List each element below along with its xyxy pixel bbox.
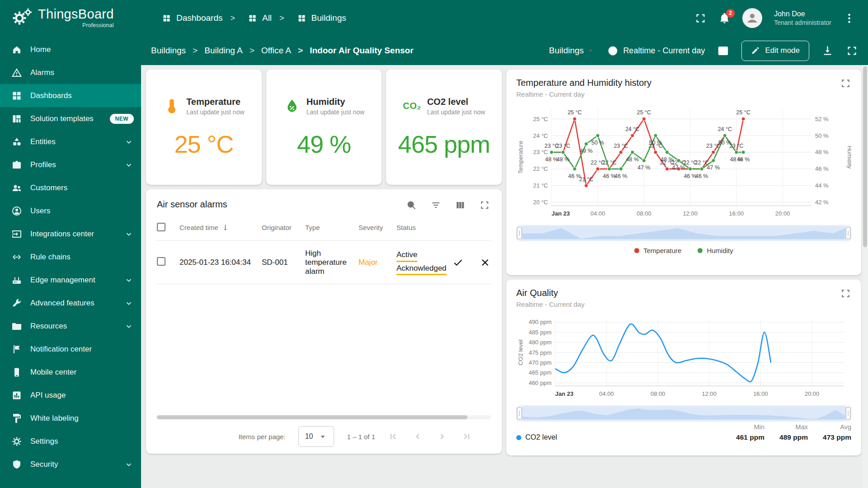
avatar[interactable]	[742, 8, 762, 28]
svg-text:47 %: 47 %	[707, 164, 720, 171]
sidebar-item-rule-chains[interactable]: Rule chains	[0, 245, 141, 268]
grid-icon	[248, 14, 257, 23]
chevron-right-icon	[437, 431, 448, 442]
stat-max-value: 489 ppm	[764, 433, 808, 441]
temp-humidity-chart[interactable]: Jan 2304:0008:0012:0016:0020:0020 °C21 °…	[516, 103, 851, 219]
sidebar-item-settings[interactable]: Settings	[0, 430, 141, 453]
svg-text:48 %: 48 %	[626, 156, 639, 163]
sidebar-item-profiles[interactable]: Profiles	[0, 153, 141, 176]
co2-chart[interactable]: Jan 2304:0008:0012:0016:0020:00460 ppm46…	[516, 314, 851, 399]
vertical-scrollbar[interactable]	[862, 65, 868, 488]
horizontal-scrollbar[interactable]	[157, 415, 491, 419]
svg-text:50 %: 50 %	[649, 140, 662, 146]
time-range-brush[interactable]	[516, 405, 851, 422]
sidebar-item-alarms[interactable]: Alarms	[0, 61, 141, 84]
dashboard-fullscreen-button[interactable]	[846, 45, 858, 57]
col-originator[interactable]: Originator	[262, 224, 305, 231]
brand-logo[interactable]: ThingsBoard Professional	[0, 8, 141, 28]
col-status[interactable]: Status	[396, 224, 453, 231]
time-range-brush[interactable]	[516, 225, 851, 241]
last-page-button[interactable]	[461, 431, 473, 442]
chevron-down-icon	[124, 137, 134, 147]
humidity-widget[interactable]: Humidity Last update just now 49 %	[266, 70, 382, 185]
search-button[interactable]	[406, 199, 418, 211]
svg-text:25 °C: 25 °C	[533, 116, 548, 122]
sidebar-item-dashboards[interactable]: Dashboards	[0, 84, 141, 107]
acknowledge-button[interactable]	[453, 257, 464, 268]
items-per-page-select[interactable]: 10	[298, 426, 335, 447]
sidebar-item-entities[interactable]: Entities	[0, 130, 141, 153]
legend-humidity[interactable]: Humidity	[698, 247, 733, 254]
co2-widget[interactable]: CO₂ CO2 level Last update just now 465 p…	[386, 70, 502, 185]
timewindow-button[interactable]: Realtime - Current day	[607, 45, 705, 56]
dashboard-image-button[interactable]	[717, 45, 729, 57]
clear-alarm-button[interactable]	[480, 257, 491, 268]
row-checkbox[interactable]	[157, 257, 165, 266]
sidebar-item-white-labeling[interactable]: White labeling	[0, 407, 141, 430]
first-page-button[interactable]	[388, 431, 400, 442]
user-menu[interactable]: John Doe Tenant administrator	[774, 9, 831, 27]
svg-text:52 %: 52 %	[815, 116, 829, 122]
crumb-buildings[interactable]: Buildings	[151, 46, 186, 56]
sidebar-item-solution-templates[interactable]: Solution templates NEW	[0, 107, 141, 130]
svg-text:20:00: 20:00	[805, 390, 820, 397]
previous-page-button[interactable]	[412, 431, 424, 442]
sidebar-item-notification-center[interactable]: Notification center	[0, 338, 141, 361]
sidebar-item-advanced-features[interactable]: Advanced features	[0, 291, 141, 314]
input-icon	[11, 229, 22, 239]
more-menu-button[interactable]	[843, 12, 855, 24]
breadcrumb-dashboards[interactable]: Dashboards	[162, 13, 222, 23]
user-role: Tenant administrator	[774, 19, 831, 27]
select-all-checkbox[interactable]	[157, 223, 165, 231]
next-page-button[interactable]	[437, 431, 448, 442]
sidebar-item-users[interactable]: Users	[0, 199, 141, 222]
sidebar-item-home[interactable]: Home	[0, 38, 141, 61]
svg-text:490 ppm: 490 ppm	[528, 319, 552, 325]
filter-button[interactable]	[430, 199, 442, 211]
sidebar-item-api-usage[interactable]: API usage	[0, 384, 141, 407]
col-type[interactable]: Type	[305, 224, 359, 231]
search-icon	[406, 200, 417, 211]
columns-button[interactable]	[455, 199, 467, 211]
code-icon	[11, 252, 22, 263]
svg-text:08:00: 08:00	[637, 210, 651, 217]
svg-text:16:00: 16:00	[753, 390, 768, 397]
edit-mode-button[interactable]: Edit mode	[741, 41, 809, 61]
svg-text:48 %: 48 %	[660, 156, 674, 163]
stat-avg-value: 473 ppm	[808, 433, 851, 441]
widget-fullscreen-button[interactable]	[840, 288, 851, 299]
dashboard-toolbar: Buildings Building A Office A Indoor Air…	[141, 36, 868, 65]
vertical-scrollbar-thumb[interactable]	[863, 66, 867, 247]
col-severity[interactable]: Severity	[359, 224, 396, 231]
crumb-building-a[interactable]: Building A	[186, 46, 243, 56]
export-button[interactable]	[821, 45, 834, 57]
breadcrumb-buildings[interactable]: Buildings	[272, 13, 346, 23]
fullscreen-button[interactable]	[694, 12, 707, 24]
crumb-office-a[interactable]: Office A	[243, 46, 291, 56]
notification-badge: 2	[726, 9, 735, 18]
svg-text:475 ppm: 475 ppm	[528, 349, 552, 356]
col-created-time[interactable]: Created time	[179, 223, 262, 232]
horizontal-scrollbar-thumb[interactable]	[157, 415, 467, 419]
legend-temperature[interactable]: Temperature	[634, 247, 681, 254]
legend-co2[interactable]: CO2 level	[516, 433, 557, 441]
chart-title: Temperature and Humidity history	[516, 78, 651, 88]
stat-avg-label: Avg	[808, 423, 851, 431]
notifications-button[interactable]: 2	[718, 12, 731, 24]
legend-dot	[698, 248, 703, 253]
sidebar-item-edge-management[interactable]: Edge management	[0, 268, 141, 291]
alarm-row[interactable]: 2025-01-23 16:04:34 SD-001 High temperat…	[157, 241, 491, 284]
dashboards-icon	[11, 90, 22, 101]
dashboard-state-select[interactable]: Buildings	[549, 46, 595, 56]
sidebar-item-security[interactable]: Security	[0, 453, 141, 476]
breadcrumb-all[interactable]: All	[222, 13, 272, 23]
widget-fullscreen-button[interactable]	[840, 78, 851, 89]
temperature-widget[interactable]: Temperature Last update just now 25 °C	[146, 70, 262, 185]
widget-fullscreen-button[interactable]	[479, 199, 491, 211]
top-breadcrumb: Dashboards All Buildings	[162, 13, 346, 23]
sidebar-item-integrations-center[interactable]: Integrations center	[0, 222, 141, 245]
sidebar-item-resources[interactable]: Resources	[0, 314, 141, 338]
sidebar-item-mobile-center[interactable]: Mobile center	[0, 361, 141, 384]
sidebar-item-customers[interactable]: Customers	[0, 176, 141, 199]
widget-title: Temperature	[186, 97, 244, 107]
